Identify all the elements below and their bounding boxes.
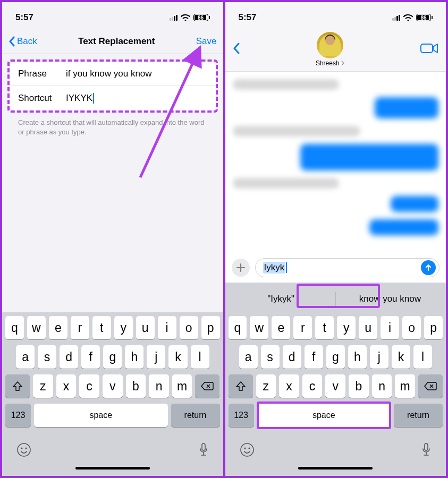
- key-n[interactable]: n: [372, 374, 392, 398]
- key-v[interactable]: v: [325, 374, 345, 398]
- key-j[interactable]: j: [147, 345, 165, 369]
- key-u[interactable]: u: [136, 316, 155, 339]
- dictation-icon[interactable]: [421, 442, 432, 459]
- key-t[interactable]: t: [315, 316, 334, 339]
- key-g[interactable]: g: [103, 345, 122, 369]
- shift-key[interactable]: [229, 374, 253, 398]
- back-button[interactable]: [233, 42, 240, 56]
- key-f[interactable]: f: [305, 345, 323, 369]
- shortcut-row[interactable]: Shortcut IYKYK: [10, 86, 216, 110]
- key-c[interactable]: c: [79, 374, 99, 398]
- key-i[interactable]: i: [381, 316, 399, 339]
- key-z[interactable]: z: [33, 374, 53, 398]
- key-v[interactable]: v: [103, 374, 123, 398]
- keyboard-row-4: 123 space return: [227, 404, 445, 427]
- nav-title: Text Replacement: [78, 36, 155, 47]
- compose-input[interactable]: Iykyk: [255, 258, 440, 277]
- shortcut-input[interactable]: IYKYK: [66, 93, 207, 104]
- key-i[interactable]: i: [158, 316, 176, 339]
- key-l[interactable]: l: [191, 345, 209, 369]
- key-x[interactable]: x: [56, 374, 77, 398]
- key-q[interactable]: q: [5, 316, 24, 339]
- key-g[interactable]: g: [326, 345, 345, 369]
- space-key[interactable]: space: [34, 404, 168, 427]
- key-r[interactable]: r: [71, 316, 89, 339]
- svg-point-1: [18, 443, 30, 456]
- key-r[interactable]: r: [293, 316, 312, 339]
- phrase-row[interactable]: Phrase if you know you know: [10, 62, 216, 86]
- key-c[interactable]: c: [302, 374, 323, 398]
- key-m[interactable]: m: [172, 374, 192, 398]
- status-time: 5:57: [239, 12, 257, 23]
- key-b[interactable]: b: [126, 374, 146, 398]
- wifi-icon: [403, 14, 413, 21]
- cellular-signal-icon: [392, 15, 400, 21]
- key-f[interactable]: f: [81, 345, 100, 369]
- key-u[interactable]: u: [359, 316, 377, 339]
- key-l[interactable]: l: [413, 345, 432, 369]
- key-p[interactable]: p: [424, 316, 443, 339]
- suggestion-2[interactable]: know you know: [336, 288, 444, 310]
- key-w[interactable]: w: [27, 316, 46, 339]
- key-k[interactable]: k: [392, 345, 410, 369]
- key-h[interactable]: h: [125, 345, 143, 369]
- key-q[interactable]: q: [229, 316, 247, 339]
- svg-point-7: [244, 447, 246, 449]
- key-s[interactable]: s: [38, 345, 56, 369]
- key-k[interactable]: k: [168, 345, 187, 369]
- svg-point-3: [25, 447, 27, 449]
- status-icons: 86: [170, 14, 210, 21]
- phrase-label: Phrase: [18, 69, 66, 79]
- shortcut-label: Shortcut: [18, 93, 66, 104]
- numbers-key[interactable]: 123: [5, 404, 31, 427]
- key-m[interactable]: m: [395, 374, 415, 398]
- key-d[interactable]: d: [283, 345, 301, 369]
- contact-header[interactable]: Shreesh: [244, 32, 417, 67]
- key-x[interactable]: x: [279, 374, 299, 398]
- key-a[interactable]: a: [16, 345, 35, 369]
- return-key[interactable]: return: [171, 404, 220, 427]
- space-key[interactable]: space: [257, 404, 391, 427]
- key-s[interactable]: s: [261, 345, 280, 369]
- numbers-key[interactable]: 123: [229, 404, 254, 427]
- suggestion-1[interactable]: "Iykyk": [227, 288, 335, 310]
- return-key[interactable]: return: [394, 404, 443, 427]
- dictation-icon[interactable]: [198, 442, 209, 459]
- key-o[interactable]: o: [402, 316, 421, 339]
- save-button[interactable]: Save: [196, 36, 217, 47]
- left-phone: 5:57 86 Back Text Replacement Save: [2, 2, 225, 476]
- key-d[interactable]: d: [60, 345, 78, 369]
- key-t[interactable]: t: [92, 316, 111, 339]
- wifi-icon: [181, 14, 190, 21]
- key-y[interactable]: y: [337, 316, 356, 339]
- back-button[interactable]: Back: [9, 36, 37, 47]
- key-z[interactable]: z: [256, 374, 276, 398]
- facetime-button[interactable]: [420, 42, 438, 56]
- keyboard-row-1: qwertyuiop: [4, 316, 222, 339]
- phrase-input[interactable]: if you know you know: [66, 69, 207, 79]
- key-e[interactable]: e: [272, 316, 290, 339]
- svg-rect-9: [425, 443, 428, 450]
- svg-rect-5: [421, 44, 433, 53]
- key-a[interactable]: a: [239, 345, 258, 369]
- battery-icon: 86: [416, 14, 433, 21]
- shift-key[interactable]: [5, 374, 30, 398]
- key-p[interactable]: p: [201, 316, 220, 339]
- key-y[interactable]: y: [114, 316, 133, 339]
- keyboard-row-1: qwertyuiop: [227, 316, 445, 339]
- key-w[interactable]: w: [250, 316, 268, 339]
- key-e[interactable]: e: [49, 316, 67, 339]
- chevron-left-icon: [9, 36, 15, 47]
- key-b[interactable]: b: [349, 374, 369, 398]
- messages-header: Shreesh: [225, 29, 446, 72]
- emoji-icon[interactable]: [240, 442, 255, 459]
- key-n[interactable]: n: [149, 374, 169, 398]
- send-button[interactable]: [421, 260, 436, 275]
- key-o[interactable]: o: [180, 316, 198, 339]
- backspace-key[interactable]: [418, 374, 443, 398]
- key-h[interactable]: h: [348, 345, 367, 369]
- emoji-icon[interactable]: [16, 442, 31, 459]
- key-j[interactable]: j: [370, 345, 388, 369]
- backspace-key[interactable]: [195, 374, 219, 398]
- attach-button[interactable]: [232, 259, 250, 277]
